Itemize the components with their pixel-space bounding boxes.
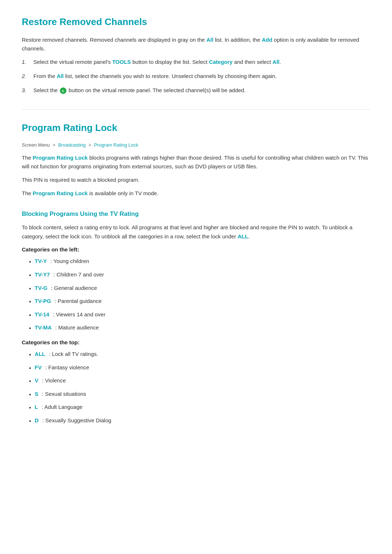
program-rating-para2: This PIN is required to watch a blocked …: [22, 176, 370, 185]
list-item: FV: Fantasy violence: [29, 363, 370, 373]
breadcrumb-link-program-rating-lock: Program Rating Lock: [94, 142, 138, 148]
program-rating-lock-title: Program Rating Lock: [22, 120, 370, 136]
list-item: TV-PG: Parental guidance: [29, 297, 370, 307]
category-key: FV: [35, 363, 42, 372]
categories-top-label: Categories on the top:: [22, 338, 370, 347]
restore-channels-steps: 1. Select the virtual remote panel's TOO…: [22, 58, 370, 95]
category-desc: : General audience: [51, 284, 97, 292]
restore-channels-intro: Restore removed channels. Removed channe…: [22, 36, 370, 54]
category-desc: : Fantasy violence: [45, 363, 89, 372]
category-desc: : Sexually Suggestive Dialog: [42, 416, 111, 425]
section-divider: [22, 109, 370, 110]
section-program-rating-lock: Program Rating Lock Screen Menu > Broadc…: [22, 120, 370, 426]
step-1-text: Select the virtual remote panel's TOOLS …: [33, 58, 281, 67]
step-3: 3. Select the c button on the virtual re…: [22, 86, 370, 95]
list-item: TV-14: Viewers 14 and over: [29, 310, 370, 320]
green-c-button: c: [60, 87, 66, 94]
category-desc: : Adult Language: [42, 403, 83, 411]
category-key: TV-Y7: [35, 270, 50, 279]
category-key: L: [35, 403, 38, 411]
category-desc: : Sexual situations: [42, 390, 86, 398]
step-3-num: 3.: [22, 86, 29, 95]
breadcrumb-sep1: >: [53, 142, 57, 148]
step-2-text: From the All list, select the channels y…: [33, 72, 277, 81]
list-item: V: Violence: [29, 376, 370, 386]
category-key: TV-14: [35, 310, 49, 319]
list-item: TV-Y7: Children 7 and over: [29, 270, 370, 280]
category-key: V: [35, 376, 38, 385]
step-1-num: 1.: [22, 58, 29, 67]
list-item: S: Sexual situations: [29, 390, 370, 399]
list-item: ALL: Lock all TV ratings.: [29, 350, 370, 360]
category-desc: : Lock all TV ratings.: [49, 350, 98, 358]
list-item: TV-G: General audience: [29, 284, 370, 294]
category-key: TV-PG: [35, 297, 51, 305]
breadcrumb-sep2: >: [89, 142, 93, 148]
category-key: TV-G: [35, 284, 48, 292]
list-item: L: Adult Language: [29, 403, 370, 413]
step-2-num: 2.: [22, 72, 29, 81]
category-desc: : Young children: [50, 257, 89, 266]
step-1: 1. Select the virtual remote panel's TOO…: [22, 58, 370, 67]
breadcrumb-link-broadcasting: Broadcasting: [58, 142, 86, 148]
category-key: ALL: [35, 350, 45, 358]
category-key: S: [35, 390, 38, 398]
step-3-text: Select the c button on the virtual remot…: [33, 86, 246, 95]
restore-channels-title: Restore Removed Channels: [22, 15, 370, 30]
blocking-programs-para1: To block content, select a rating entry …: [22, 223, 370, 241]
section-restore-channels: Restore Removed Channels Restore removed…: [22, 15, 370, 95]
program-rating-para1: The Program Rating Lock blocks programs …: [22, 153, 370, 172]
category-desc: : Mature audience: [55, 323, 99, 332]
category-desc: : Parental guidance: [55, 297, 102, 305]
category-key: TV-MA: [35, 323, 52, 332]
categories-left-list: TV-Y: Young childrenTV-Y7: Children 7 an…: [22, 257, 370, 333]
category-key: D: [35, 416, 39, 425]
program-rating-para3: The Program Rating Lock is available onl…: [22, 189, 370, 198]
subsection-blocking-programs: Blocking Programs Using the TV Rating To…: [22, 209, 370, 426]
category-desc: : Viewers 14 and over: [53, 310, 106, 319]
category-desc: : Children 7 and over: [53, 270, 104, 279]
list-item: D: Sexually Suggestive Dialog: [29, 416, 370, 426]
blocking-programs-title: Blocking Programs Using the TV Rating: [22, 209, 370, 219]
breadcrumb: Screen Menu > Broadcasting > Program Rat…: [22, 141, 370, 149]
categories-left-label: Categories on the left:: [22, 245, 370, 254]
breadcrumb-prefix: Screen Menu: [22, 142, 50, 148]
category-key: TV-Y: [35, 257, 47, 266]
list-item: TV-MA: Mature audience: [29, 323, 370, 333]
step-2: 2. From the All list, select the channel…: [22, 72, 370, 81]
categories-top-list: ALL: Lock all TV ratings.FV: Fantasy vio…: [22, 350, 370, 426]
category-desc: : Violence: [42, 376, 66, 385]
list-item: TV-Y: Young children: [29, 257, 370, 267]
